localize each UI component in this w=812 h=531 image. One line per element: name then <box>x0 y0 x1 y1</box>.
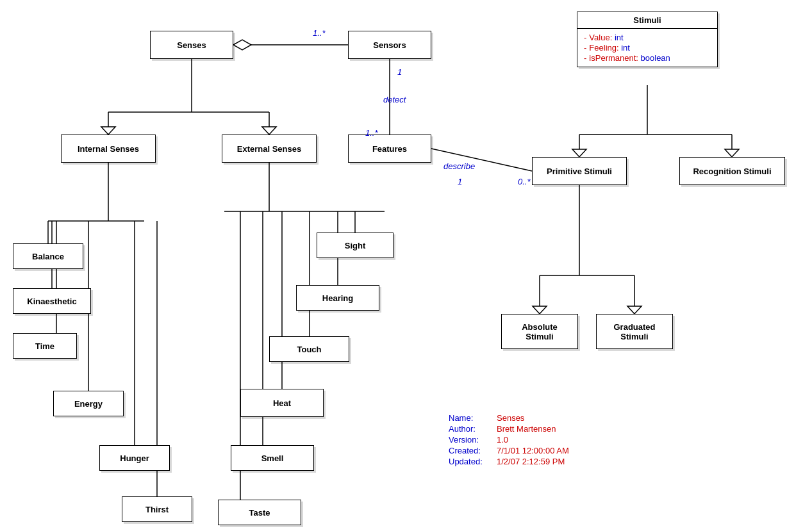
time-box: Time <box>13 333 77 359</box>
info-updated-label: Updated: <box>449 457 497 466</box>
hunger-label: Hunger <box>120 453 149 463</box>
info-version-row: Version: 1.0 <box>449 435 569 445</box>
multiplicity-1-features: 1 <box>458 177 462 186</box>
balance-label: Balance <box>32 252 64 261</box>
multiplicity-1-sensors: 1 <box>397 67 402 77</box>
info-section: Name: Senses Author: Brett Martensen Ver… <box>449 413 569 468</box>
detect-label: detect <box>383 95 406 104</box>
hearing-box: Hearing <box>296 285 379 311</box>
balance-box: Balance <box>13 243 83 269</box>
info-name-row: Name: Senses <box>449 413 569 423</box>
heat-box: Heat <box>240 389 324 417</box>
hunger-box: Hunger <box>99 445 170 471</box>
primitive-stimuli-box: Primitive Stimuli <box>532 157 627 185</box>
touch-label: Touch <box>297 345 321 354</box>
hearing-label: Hearing <box>322 293 353 303</box>
attr-ispermanent: - isPermanent : boolean <box>584 53 711 63</box>
svg-marker-51 <box>533 306 547 314</box>
svg-marker-8 <box>262 127 276 135</box>
kinaesthetic-box: Kinaesthetic <box>13 288 91 314</box>
taste-label: Taste <box>249 508 270 518</box>
info-author-label: Author: <box>449 424 497 434</box>
info-version-label: Version: <box>449 435 497 445</box>
sight-label: Sight <box>345 241 366 250</box>
heat-label: Heat <box>273 398 291 408</box>
energy-box: Energy <box>53 391 124 416</box>
stimuli-header: Stimuli <box>577 12 717 29</box>
internal-senses-label: Internal Senses <box>78 144 139 154</box>
smell-label: Smell <box>261 453 284 463</box>
time-label: Time <box>35 341 54 351</box>
energy-label: Energy <box>74 399 103 409</box>
smell-box: Smell <box>231 445 314 471</box>
graduated-stimuli-label: GraduatedStimuli <box>613 322 655 341</box>
svg-marker-52 <box>627 306 642 314</box>
graduated-stimuli-box: GraduatedStimuli <box>596 314 673 349</box>
features-box: Features <box>348 135 431 163</box>
external-senses-box: External Senses <box>222 135 317 163</box>
info-created-value: 7/1/01 12:00:00 AM <box>497 446 569 455</box>
senses-box: Senses <box>150 31 233 59</box>
senses-label: Senses <box>177 40 206 50</box>
diagram-container: Senses Sensors Internal Senses External … <box>0 0 812 531</box>
touch-box: Touch <box>269 336 349 362</box>
internal-senses-box: Internal Senses <box>61 135 156 163</box>
svg-marker-44 <box>572 149 586 157</box>
recognition-stimuli-label: Recognition Stimuli <box>693 167 771 176</box>
attr-feeling: - Feeling : int <box>584 43 711 53</box>
thirst-box: Thirst <box>122 496 192 522</box>
describe-label: describe <box>443 161 475 171</box>
svg-marker-1 <box>233 40 251 50</box>
info-updated-value: 1/2/07 2:12:59 PM <box>497 457 565 466</box>
info-author-row: Author: Brett Martensen <box>449 424 569 434</box>
kinaesthetic-label: Kinaesthetic <box>27 297 76 306</box>
recognition-stimuli-box: Recognition Stimuli <box>679 157 785 185</box>
stimuli-box: Stimuli - Value : int - Feeling : int - … <box>577 12 718 67</box>
info-author-value: Brett Martensen <box>497 424 556 434</box>
multiplicity-0star: 0..* <box>518 177 531 186</box>
external-senses-label: External Senses <box>237 144 301 154</box>
taste-box: Taste <box>218 500 301 525</box>
absolute-stimuli-box: AbsoluteStimuli <box>501 314 578 349</box>
thirst-label: Thirst <box>145 505 169 514</box>
info-created-row: Created: 7/1/01 12:00:00 AM <box>449 446 569 455</box>
attr-value: - Value : int <box>584 33 711 42</box>
info-name-label: Name: <box>449 413 497 423</box>
primitive-stimuli-label: Primitive Stimuli <box>547 167 612 176</box>
multiplicity-1star: 1..* <box>313 28 326 38</box>
svg-marker-46 <box>725 149 739 157</box>
info-version-value: 1.0 <box>497 435 508 445</box>
absolute-stimuli-label: AbsoluteStimuli <box>522 322 558 341</box>
sensors-box: Sensors <box>348 31 431 59</box>
multiplicity-1star-features: 1..* <box>365 128 378 138</box>
info-created-label: Created: <box>449 446 497 455</box>
features-label: Features <box>372 144 407 154</box>
sight-box: Sight <box>317 233 394 258</box>
stimuli-attrs: - Value : int - Feeling : int - isPerman… <box>577 29 717 67</box>
info-updated-row: Updated: 1/2/07 2:12:59 PM <box>449 457 569 466</box>
sensors-label: Sensors <box>373 40 406 50</box>
info-name-value: Senses <box>497 413 524 423</box>
svg-marker-7 <box>101 127 115 135</box>
